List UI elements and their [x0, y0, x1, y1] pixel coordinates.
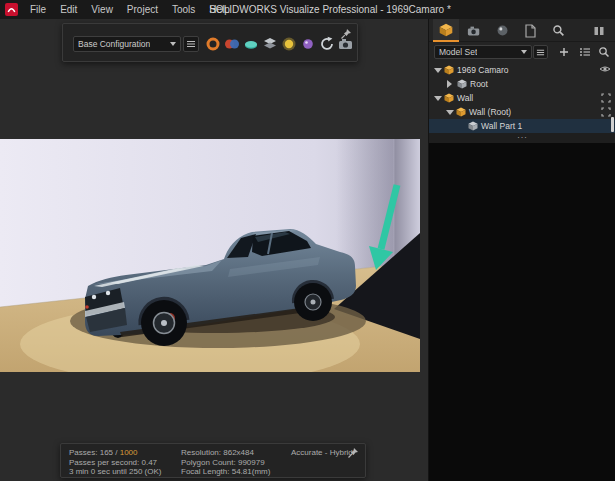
plus-icon [559, 47, 569, 57]
zoom-to-fit-icon[interactable] [601, 107, 611, 117]
tab-appearances[interactable] [489, 19, 515, 42]
chevron-down-icon [170, 42, 176, 46]
menu-view[interactable]: View [84, 0, 120, 19]
window-title: SOLIDWORKS Visualize Professional - 1969… [209, 0, 451, 19]
model-set-row: Model Set [429, 42, 615, 62]
render-icon[interactable] [205, 36, 221, 52]
caret-down-icon[interactable] [434, 96, 442, 101]
menu-tools[interactable]: Tools [165, 0, 202, 19]
status-passes-column: Passes: 165 / 1000 Passes per second: 0.… [69, 448, 161, 477]
tree-row-wall[interactable]: Wall [429, 91, 615, 105]
render-status-bar: Passes: 165 / 1000 Passes per second: 0.… [60, 443, 366, 478]
solidworks-logo-icon [5, 3, 18, 16]
palette-panel: Model Set 1969 [428, 19, 615, 481]
menu-project[interactable]: Project [120, 0, 165, 19]
viewport-canvas[interactable] [0, 19, 428, 481]
tree-view-button[interactable] [578, 45, 592, 59]
add-model-set-button[interactable] [557, 45, 571, 59]
menu-bar: File Edit View Project Tools Help SOLIDW… [0, 0, 615, 19]
tree-item-label: Wall (Root) [469, 107, 511, 118]
cube-icon [439, 23, 453, 37]
tab-search[interactable] [545, 19, 571, 42]
status-mode-column: Accurate - Hybrid [291, 448, 353, 458]
tree-item-label: Wall Part 1 [481, 121, 522, 132]
filter-search-button[interactable] [597, 45, 611, 59]
model-cube-icon [456, 107, 466, 117]
model-cube-icon [444, 65, 454, 75]
list-icon [579, 46, 591, 58]
panel-columns-button[interactable] [586, 19, 612, 42]
menu-edit[interactable]: Edit [53, 0, 84, 19]
status-scene-column: Resolution: 862x484 Polygon Count: 99097… [181, 448, 270, 477]
environment-sun-icon[interactable] [281, 36, 297, 52]
render-mode-icon[interactable] [224, 36, 240, 52]
tree-row-1969-camaro[interactable]: 1969 Camaro [429, 63, 615, 77]
status-pin-icon[interactable] [347, 447, 361, 461]
chevron-down-icon [521, 50, 527, 54]
tree-item-label: Wall [457, 93, 473, 104]
caret-down-icon[interactable] [434, 68, 442, 73]
search-icon [598, 46, 610, 58]
toolbar-pin-icon[interactable] [340, 26, 354, 40]
caret-right-icon[interactable] [447, 80, 452, 88]
tree-item-label: 1969 Camaro [457, 65, 509, 76]
tree-expand-splitter[interactable]: ... [429, 133, 615, 143]
model-set-dropdown[interactable]: Model Set [434, 45, 532, 59]
tab-files[interactable] [517, 19, 543, 42]
visibility-icon[interactable] [599, 65, 611, 73]
turntable-icon[interactable] [243, 36, 259, 52]
caret-down-icon[interactable] [446, 110, 454, 115]
render-3d-view[interactable] [0, 139, 420, 372]
passes-total: 1000 [120, 448, 138, 457]
appearance-gem-icon[interactable] [300, 36, 316, 52]
group-cube-icon [457, 79, 467, 89]
passes-text: Passes: 165 / [69, 448, 120, 457]
menu-file[interactable]: File [23, 0, 53, 19]
part-cube-icon [468, 121, 478, 131]
configuration-menu-button[interactable] [183, 36, 199, 52]
restart-render-icon[interactable] [319, 36, 335, 52]
configuration-dropdown-value: Base Configuration [78, 39, 150, 49]
sphere-icon [496, 24, 509, 37]
configuration-dropdown[interactable]: Base Configuration [73, 36, 181, 52]
model-set-value: Model Set [439, 47, 477, 57]
camera-icon [467, 24, 481, 38]
app-window: File Edit View Project Tools Help SOLIDW… [0, 0, 615, 481]
tree-row-wall-root[interactable]: Wall (Root) [429, 105, 615, 119]
palette-tab-bar [429, 19, 615, 42]
tree-row-root[interactable]: Root [429, 77, 615, 91]
hamburger-icon [186, 39, 196, 49]
tab-cameras[interactable] [461, 19, 487, 42]
time-remaining: 3 min 0 sec until 250 (OK) [69, 467, 161, 477]
focal-length-text: Focal Length: 54.81(mm) [181, 467, 270, 477]
hamburger-icon [536, 48, 545, 57]
columns-icon [593, 25, 605, 37]
main-toolbar: Base Configuration [62, 23, 358, 62]
page-icon [524, 24, 536, 38]
search-icon [552, 24, 565, 37]
tree-item-label: Root [470, 79, 488, 90]
passes-per-second: Passes per second: 0.47 [69, 458, 161, 468]
tab-models[interactable] [433, 19, 459, 42]
zoom-to-fit-icon[interactable] [601, 93, 611, 103]
resolution-text: Resolution: 862x484 [181, 448, 270, 458]
tree-scrollbar-thumb[interactable] [611, 117, 614, 132]
layers-icon[interactable] [262, 36, 278, 52]
panel-lower-area [429, 143, 615, 481]
model-cube-icon [444, 93, 454, 103]
polygon-count-text: Polygon Count: 990979 [181, 458, 270, 468]
render-mode-text: Accurate - Hybrid [291, 448, 353, 458]
model-set-menu-button[interactable] [533, 45, 548, 59]
